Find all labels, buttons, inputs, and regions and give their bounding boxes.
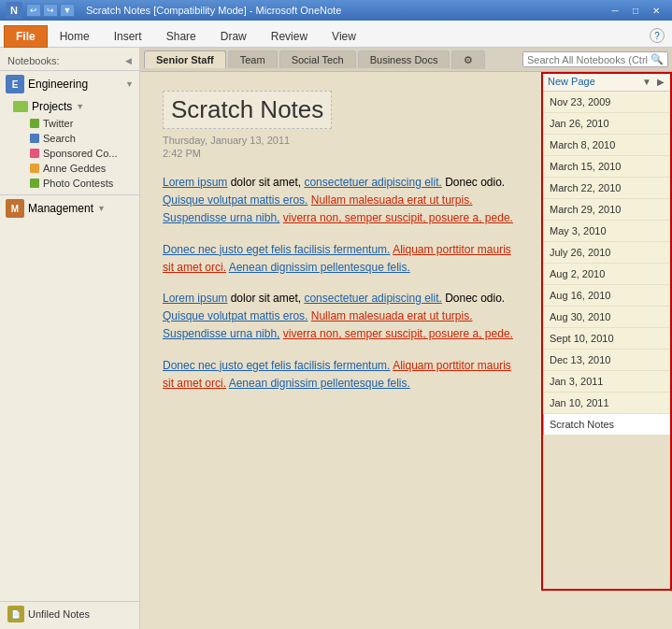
title-bar: N ↩ ↪ ▼ Scratch Notes [Compatibility Mod… — [0, 0, 672, 21]
note-content: Scratch Notes Thursday, January 13, 2011… — [140, 72, 541, 629]
page-item[interactable]: Sept 10, 2010 — [542, 328, 672, 350]
projects-items: Twitter Search Sponsored Co... Anne Gedd… — [7, 116, 139, 191]
new-page-button[interactable]: New Page — [548, 76, 638, 87]
sections-group: Projects ▼ Twitter Search Sponsored Co..… — [0, 97, 139, 191]
suspendisse-link-1[interactable]: Suspendisse urna nibh, — [163, 211, 279, 224]
tab-insert[interactable]: Insert — [102, 24, 154, 47]
management-icon: M — [6, 199, 24, 218]
consectetuer-link-2[interactable]: consectetuer adipiscing elit. — [304, 292, 441, 305]
anne-label: Anne Geddes — [43, 163, 106, 174]
tab-settings[interactable]: ⚙ — [451, 50, 485, 69]
page-item[interactable]: Dec 13, 2010 — [542, 350, 672, 371]
app-logo: N — [6, 2, 22, 19]
search-input[interactable] — [527, 54, 649, 65]
sidebar-item-search[interactable]: Search — [26, 131, 139, 146]
search-box: 🔍 — [522, 51, 668, 67]
page-item[interactable]: Jan 26, 2010 — [542, 113, 672, 135]
viverra-link-1[interactable]: viverra non, semper suscipit, posuere a,… — [283, 211, 513, 224]
sidebar-item-sponsored[interactable]: Sponsored Co... — [26, 146, 139, 161]
help-icon[interactable]: ? — [650, 28, 665, 43]
search-icon[interactable]: 🔍 — [651, 53, 664, 65]
page-item[interactable]: Aug 16, 2010 — [542, 285, 672, 307]
page-item[interactable]: March 29, 2010 — [542, 199, 672, 221]
page-item[interactable]: July 26, 2010 — [542, 242, 672, 264]
sidebar-item-anne[interactable]: Anne Geddes — [26, 161, 139, 176]
page-list-container: New Page ▼ ▶ Nov 23, 2009Jan 26, 2010Mar… — [541, 72, 672, 629]
page-item[interactable]: Aug 2, 2010 — [542, 264, 672, 285]
notebooks-header: Notebooks: ◀ — [0, 51, 139, 71]
aenean-link-1[interactable]: Aenean dignissim pellentesque felis. — [229, 261, 410, 274]
page-item[interactable]: Aug 30, 2010 — [542, 307, 672, 328]
page-item[interactable]: March 15, 2010 — [542, 156, 672, 178]
redo-button[interactable]: ↪ — [43, 4, 58, 17]
unfiled-notes[interactable]: 📄 Unfiled Notes — [0, 601, 139, 626]
quick-access-toolbar: ↩ ↪ ▼ — [26, 4, 75, 17]
quisque-link-1[interactable]: Quisque volutpat mattis eros. — [163, 193, 307, 207]
page-item[interactable]: Jan 3, 2011 — [542, 371, 672, 393]
anne-dot — [30, 164, 39, 173]
customize-button[interactable]: ▼ — [60, 4, 75, 17]
quisque-link-2[interactable]: Quisque volutpat mattis eros. — [163, 309, 307, 322]
page-item[interactable]: May 3, 2010 — [542, 221, 672, 242]
ribbon-help: ? — [646, 24, 668, 47]
window-controls: ─ □ ✕ — [605, 0, 666, 21]
section-projects[interactable]: Projects ▼ — [7, 97, 139, 116]
management-label: Management — [28, 202, 93, 215]
notebook-engineering[interactable]: E Engineering ▼ — [0, 71, 139, 97]
page-item[interactable]: March 22, 2010 — [542, 178, 672, 199]
tab-review[interactable]: Review — [259, 24, 320, 47]
nullam-link-2[interactable]: Nullam malesuada erat ut turpis. — [311, 309, 473, 322]
notebooks-collapse[interactable]: ◀ — [125, 56, 132, 65]
page-list: New Page ▼ ▶ Nov 23, 2009Jan 26, 2010Mar… — [541, 72, 672, 436]
management-section[interactable]: M Management ▼ — [0, 194, 139, 222]
sidebar-item-twitter[interactable]: Twitter — [26, 116, 139, 131]
note-title[interactable]: Scratch Notes — [163, 91, 332, 129]
tab-file[interactable]: File — [4, 25, 48, 48]
page-item[interactable]: Scratch Notes — [542, 414, 672, 436]
tab-home[interactable]: Home — [48, 24, 102, 47]
tab-business-docs[interactable]: Business Docs — [358, 50, 450, 68]
projects-label: Projects — [32, 100, 72, 113]
page-list-down-arrow[interactable]: ▼ — [640, 77, 653, 87]
photo-dot — [30, 179, 39, 188]
sidebar: Notebooks: ◀ E Engineering ▼ Projects ▼ … — [0, 48, 140, 629]
unfiled-label: Unfiled Notes — [28, 608, 90, 620]
minimize-button[interactable]: ─ — [605, 0, 625, 21]
tab-draw[interactable]: Draw — [208, 24, 259, 47]
ribbon-tabs: File Home Insert Share Draw Review View … — [0, 21, 672, 47]
tab-share[interactable]: Share — [154, 24, 208, 47]
consectetuer-link-1[interactable]: consectetuer adipiscing elit. — [304, 176, 441, 189]
page-item[interactable]: March 8, 2010 — [542, 135, 672, 156]
tab-view[interactable]: View — [320, 24, 368, 47]
tab-social-tech[interactable]: Social Tech — [279, 50, 356, 68]
close-button[interactable]: ✕ — [646, 0, 666, 21]
lorem-link-2[interactable]: Lorem ipsum — [163, 292, 227, 305]
notebook-chevron[interactable]: ▼ — [125, 79, 134, 89]
lorem-link-1[interactable]: Lorem ipsum — [163, 176, 227, 189]
projects-chevron[interactable]: ▼ — [76, 102, 84, 111]
undo-button[interactable]: ↩ — [26, 4, 41, 17]
page-item[interactable]: Nov 23, 2009 — [542, 92, 672, 113]
tab-senior-staff[interactable]: Senior Staff — [144, 50, 226, 68]
viverra-link-2[interactable]: viverra non, semper suscipit, posuere a,… — [283, 327, 513, 340]
note-para-4: Donec nec justo eget felis facilisis fer… — [163, 357, 519, 393]
note-date: Thursday, January 13, 2011 — [163, 135, 519, 146]
maximize-button[interactable]: □ — [625, 0, 646, 21]
page-list-right-arrow[interactable]: ▶ — [655, 77, 666, 87]
suspendisse-link-2[interactable]: Suspendisse urna nibh, — [163, 327, 279, 340]
management-chevron[interactable]: ▼ — [97, 204, 106, 213]
notebook-label: Engineering — [28, 78, 122, 91]
tab-team[interactable]: Team — [228, 50, 278, 68]
note-time: 2:42 PM — [163, 148, 519, 159]
notebooks-label: Notebooks: — [7, 55, 60, 66]
sidebar-item-photo[interactable]: Photo Contests — [26, 176, 139, 191]
search-label: Search — [43, 133, 76, 144]
donec-link-2[interactable]: Donec nec justo eget felis facilisis fer… — [163, 359, 390, 372]
nullam-link-1[interactable]: Nullam malesuada erat ut turpis. — [311, 193, 473, 207]
page-item[interactable]: Jan 10, 2011 — [542, 393, 672, 414]
title-bar-left: N ↩ ↪ ▼ Scratch Notes [Compatibility Mod… — [6, 2, 341, 19]
content-area: Senior Staff Team Social Tech Business D… — [140, 48, 672, 629]
donec-link-1[interactable]: Donec nec justo eget felis facilisis fer… — [163, 243, 390, 256]
aenean-link-2[interactable]: Aenean dignissim pellentesque felis. — [229, 377, 410, 390]
note-area: Scratch Notes Thursday, January 13, 2011… — [140, 72, 672, 629]
